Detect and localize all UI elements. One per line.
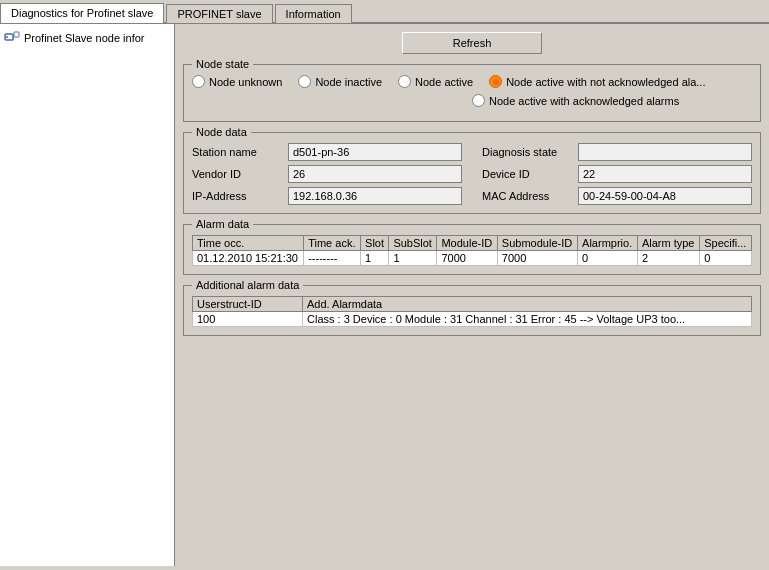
additional-alarm-table-header: Userstruct-ID Add. Alarmdata [193,297,752,312]
sidebar-item-profinet-node[interactable]: Profinet Slave node infor [0,28,174,48]
radio-node-unknown[interactable]: Node unknown [192,75,282,88]
col-specifi: Specifi... [700,236,752,251]
col-subslot: SubSlot [389,236,437,251]
form-row-device-id: Device ID [482,165,752,183]
col-time-ack: Time ack. [304,236,361,251]
table-row[interactable]: 01.12.2010 15:21:30 -------- 1 1 7000 70… [193,251,752,266]
radio-circle-inactive [298,75,311,88]
refresh-button[interactable]: Refresh [402,32,542,54]
node-data-grid: Station name Vendor ID IP-Address [192,143,752,205]
radio-label-unknown: Node unknown [209,76,282,88]
radio-node-active[interactable]: Node active [398,75,473,88]
col-submodule-id: Submodule-ID [497,236,577,251]
col-add-alarmdata: Add. Alarmdata [303,297,752,312]
cell-slot: 1 [361,251,389,266]
input-vendor-id[interactable] [288,165,462,183]
node-data-left: Station name Vendor ID IP-Address [192,143,462,205]
tab-information[interactable]: Information [275,4,352,23]
radio-label-active-ack: Node active with acknowledged alarms [489,95,679,107]
node-data-right: Diagnosis state Device ID MAC Address [482,143,752,205]
cell-module-id: 7000 [437,251,497,266]
label-ip-address: IP-Address [192,190,282,202]
refresh-btn-container: Refresh [183,32,761,54]
cell-userstruct-id: 100 [193,312,303,327]
alarm-table-header: Time occ. Time ack. Slot SubSlot Module-… [193,236,752,251]
input-ip-address[interactable] [288,187,462,205]
radio-circle-active-ack [472,94,485,107]
cell-add-alarmdata: Class : 3 Device : 0 Module : 31 Channel… [303,312,752,327]
main-layout: Profinet Slave node infor Refresh Node s… [0,24,769,566]
input-station-name[interactable] [288,143,462,161]
radio-node-active-ack[interactable]: Node active with acknowledged alarms [472,94,679,107]
additional-alarm-table: Userstruct-ID Add. Alarmdata 100 Class :… [192,296,752,327]
label-device-id: Device ID [482,168,572,180]
form-row-ip-address: IP-Address [192,187,462,205]
form-row-diagnosis-state: Diagnosis state [482,143,752,161]
input-mac-address[interactable] [578,187,752,205]
tab-profinet-slave[interactable]: PROFINET slave [166,4,272,23]
cell-time-occ: 01.12.2010 15:21:30 [193,251,304,266]
cell-time-ack: -------- [304,251,361,266]
form-row-vendor-id: Vendor ID [192,165,462,183]
node-data-group: Node data Station name Vendor ID [183,132,761,214]
input-device-id[interactable] [578,165,752,183]
additional-alarm-data-group: Additional alarm data Userstruct-ID Add.… [183,285,761,336]
label-station-name: Station name [192,146,282,158]
col-module-id: Module-ID [437,236,497,251]
col-userstruct-id: Userstruct-ID [193,297,303,312]
tab-diagnostics[interactable]: Diagnostics for Profinet slave [0,3,164,23]
label-mac-address: MAC Address [482,190,572,202]
svg-rect-1 [14,32,19,37]
cell-specifi: 0 [700,251,752,266]
node-state-title: Node state [192,58,253,70]
sidebar: Profinet Slave node infor [0,24,175,566]
radio-circle-unknown [192,75,205,88]
alarm-data-inner: Time occ. Time ack. Slot SubSlot Module-… [192,235,752,266]
table-row[interactable]: 100 Class : 3 Device : 0 Module : 31 Cha… [193,312,752,327]
svg-point-3 [6,36,8,38]
col-alarm-type: Alarm type [637,236,699,251]
profinet-node-icon [4,30,20,46]
additional-alarm-data-title: Additional alarm data [192,279,303,291]
alarm-data-group: Alarm data Time occ. Time ack. Slot SubS… [183,224,761,275]
label-vendor-id: Vendor ID [192,168,282,180]
radio-circle-active [398,75,411,88]
col-slot: Slot [361,236,389,251]
col-alarmprio: Alarmprio. [578,236,638,251]
radio-node-inactive[interactable]: Node inactive [298,75,382,88]
node-state-row-2: Node active with acknowledged alarms [192,94,752,107]
node-state-row-1: Node unknown Node inactive Node active [192,75,752,88]
input-diagnosis-state[interactable] [578,143,752,161]
tab-bar: Diagnostics for Profinet slave PROFINET … [0,0,769,24]
radio-circle-active-not-ack [489,75,502,88]
node-state-group: Node state Node unknown Node inactive [183,64,761,122]
col-time-occ: Time occ. [193,236,304,251]
node-state-inner: Node unknown Node inactive Node active [192,75,752,107]
node-data-inner: Station name Vendor ID IP-Address [192,143,752,205]
form-row-mac-address: MAC Address [482,187,752,205]
cell-alarm-type: 2 [637,251,699,266]
alarm-data-title: Alarm data [192,218,253,230]
sidebar-item-label: Profinet Slave node infor [24,32,144,44]
node-data-title: Node data [192,126,251,138]
cell-alarmprio: 0 [578,251,638,266]
radio-label-active-not-ack: Node active with not acknowledged ala... [506,76,705,88]
content-area: Refresh Node state Node unknown Node ina… [175,24,769,566]
label-diagnosis-state: Diagnosis state [482,146,572,158]
form-row-station-name: Station name [192,143,462,161]
additional-alarm-data-inner: Userstruct-ID Add. Alarmdata 100 Class :… [192,296,752,327]
radio-label-active: Node active [415,76,473,88]
radio-node-active-not-ack[interactable]: Node active with not acknowledged ala... [489,75,705,88]
alarm-table: Time occ. Time ack. Slot SubSlot Module-… [192,235,752,266]
radio-label-inactive: Node inactive [315,76,382,88]
cell-submodule-id: 7000 [497,251,577,266]
cell-subslot: 1 [389,251,437,266]
